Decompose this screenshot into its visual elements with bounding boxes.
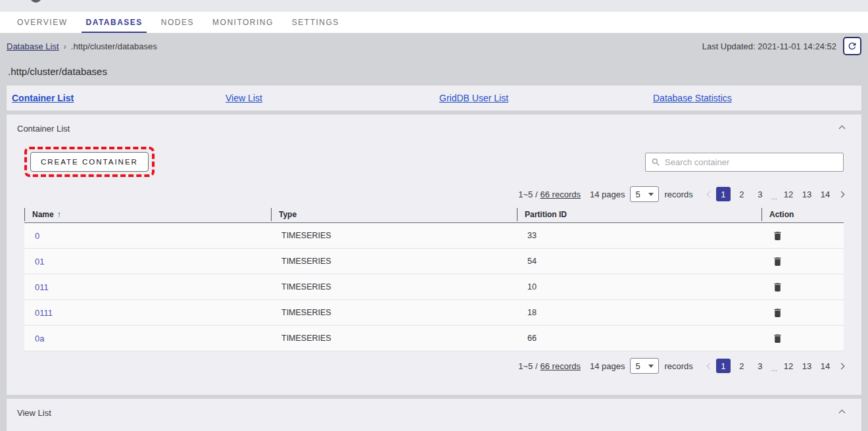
delete-container-button[interactable] [772, 333, 783, 344]
trash-icon [772, 282, 783, 293]
sort-ascending-icon: ↑ [57, 210, 61, 219]
delete-container-button[interactable] [772, 256, 783, 267]
page-number-1[interactable]: 1 [716, 187, 731, 201]
trash-icon [772, 230, 783, 241]
container-type: TIMESERIES [271, 231, 517, 240]
record-range-label: 1~5 / [518, 190, 537, 199]
container-type: TIMESERIES [271, 334, 517, 343]
caret-down-icon [648, 193, 654, 196]
page-size-value: 5 [635, 190, 640, 199]
breadcrumb-bar: Database List › .http/cluster/databases … [7, 34, 861, 59]
container-list-panel-title: Container List [17, 124, 70, 134]
search-input[interactable] [665, 157, 838, 167]
page-title: .http/cluster/databases [8, 66, 861, 77]
pages-count-label: 14 pages [590, 361, 625, 371]
partition-id: 10 [517, 282, 761, 292]
container-name-link[interactable]: 011 [35, 282, 49, 292]
main-content: Database List › .http/cluster/databases … [0, 34, 868, 431]
main-navigation: OVERVIEW DATABASES NODES MONITORING SETT… [0, 12, 868, 34]
link-view-list[interactable]: View List [226, 93, 262, 103]
caret-down-icon [648, 365, 654, 368]
view-list-panel-title: View List [17, 408, 51, 418]
last-updated-label: Last Updated: 2021-11-01 14:24:52 [702, 41, 836, 51]
trash-icon [772, 333, 783, 344]
view-list-panel-header: View List [7, 399, 861, 422]
view-list-panel: View List [7, 399, 861, 431]
partition-id: 66 [517, 334, 761, 343]
refresh-icon [847, 41, 857, 51]
column-header-type[interactable]: Type [271, 208, 517, 221]
delete-container-button[interactable] [772, 230, 783, 241]
partition-id: 18 [517, 308, 761, 317]
tab-monitoring[interactable]: MONITORING [203, 12, 283, 33]
search-icon [651, 157, 661, 167]
link-griddb-user-list[interactable]: GridDB User List [439, 93, 508, 103]
column-header-name-label: Name [32, 210, 54, 219]
page-size-select[interactable]: 5 [630, 358, 659, 374]
page-number-13[interactable]: 13 [800, 187, 814, 201]
create-container-button[interactable]: CREATE CONTAINER [30, 152, 149, 172]
breadcrumb: Database List › .http/cluster/databases [7, 41, 157, 51]
column-header-partition-id[interactable]: Partition ID [517, 208, 761, 221]
breadcrumb-separator-icon: › [64, 41, 66, 51]
container-type: TIMESERIES [271, 257, 517, 266]
container-list-panel: Container List CREATE CONTAINER 1~5 / 66… [7, 114, 861, 395]
container-type: TIMESERIES [271, 308, 517, 317]
delete-container-button[interactable] [772, 307, 783, 318]
partition-id: 54 [517, 257, 761, 266]
trash-icon [772, 256, 783, 267]
quick-links-bar: Container List View List GridDB User Lis… [7, 86, 861, 111]
tab-settings[interactable]: SETTINGS [283, 12, 349, 33]
tab-databases[interactable]: DATABASES [76, 12, 151, 33]
page-number-2[interactable]: 2 [735, 187, 749, 201]
records-label: records [664, 190, 692, 199]
records-count-link[interactable]: 66 records [541, 361, 581, 371]
prev-page-button[interactable] [708, 364, 712, 368]
app-logo [30, 0, 41, 3]
tab-overview[interactable]: OVERVIEW [8, 12, 76, 33]
page-number-2[interactable]: 2 [735, 359, 749, 373]
table-row: 0 TIMESERIES 33 [24, 223, 844, 249]
container-list-panel-header: Container List [7, 114, 861, 138]
container-type: TIMESERIES [271, 282, 517, 292]
create-container-annotation: CREATE CONTAINER [24, 147, 155, 177]
records-count-link[interactable]: 66 records [541, 190, 581, 199]
page-number-3[interactable]: 3 [753, 359, 767, 373]
container-name-link[interactable]: 0111 [35, 308, 53, 318]
page-ellipsis: ... [771, 365, 777, 374]
breadcrumb-current: .http/cluster/databases [71, 41, 157, 51]
breadcrumb-database-list-link[interactable]: Database List [7, 41, 59, 51]
column-header-action: Action [761, 208, 844, 221]
page-number-13[interactable]: 13 [800, 359, 814, 373]
delete-container-button[interactable] [772, 282, 783, 293]
next-page-button[interactable] [839, 364, 844, 368]
refresh-button[interactable] [843, 37, 861, 55]
page-number-14[interactable]: 14 [818, 187, 832, 201]
collapse-chevron-icon[interactable] [839, 410, 846, 417]
container-name-link[interactable]: 0a [35, 334, 44, 343]
table-row: 0111 TIMESERIES 18 [24, 300, 844, 326]
column-header-name[interactable]: Name ↑ [24, 208, 271, 221]
link-container-list[interactable]: Container List [12, 93, 74, 103]
page-number-12[interactable]: 12 [781, 187, 796, 201]
page-number-1[interactable]: 1 [716, 359, 731, 373]
tab-nodes[interactable]: NODES [152, 12, 203, 33]
container-name-link[interactable]: 01 [35, 257, 44, 266]
table-row: 0a TIMESERIES 66 [24, 326, 844, 351]
collapse-chevron-icon[interactable] [839, 126, 846, 132]
prev-page-button[interactable] [708, 192, 712, 197]
table-header-row: Name ↑ Type Partition ID Action [24, 206, 844, 223]
pagination-bottom: 1~5 / 66 records 14 pages 5 records 1 2 … [7, 358, 861, 395]
page-number-12[interactable]: 12 [781, 359, 796, 373]
container-table: Name ↑ Type Partition ID Action 0 TIMESE… [24, 206, 844, 351]
container-search-box [645, 153, 844, 172]
page-number-14[interactable]: 14 [818, 359, 832, 373]
next-page-button[interactable] [839, 192, 844, 197]
pages-count-label: 14 pages [590, 190, 625, 199]
page-size-value: 5 [635, 361, 640, 371]
container-name-link[interactable]: 0 [35, 231, 39, 241]
page-number-3[interactable]: 3 [753, 187, 767, 201]
container-toolbar: CREATE CONTAINER [7, 147, 861, 189]
app-window: OVERVIEW DATABASES NODES MONITORING SETT… [0, 0, 868, 431]
link-database-statistics[interactable]: Database Statistics [653, 93, 732, 103]
